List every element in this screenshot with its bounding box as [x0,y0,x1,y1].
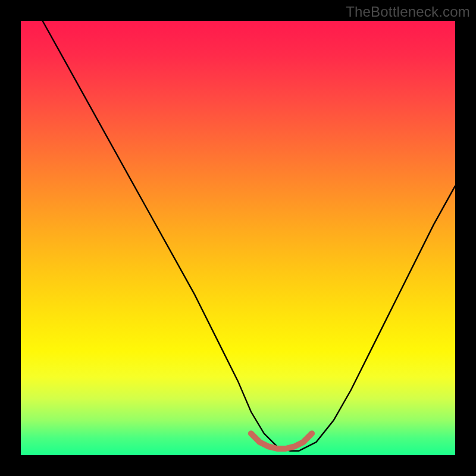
watermark-text: TheBottleneck.com [346,4,470,20]
chart-stage: TheBottleneck.com [0,0,476,476]
plot-area [21,21,455,455]
highlight-curve [251,434,312,449]
curve-layer [21,21,455,455]
main-curve [43,21,456,451]
